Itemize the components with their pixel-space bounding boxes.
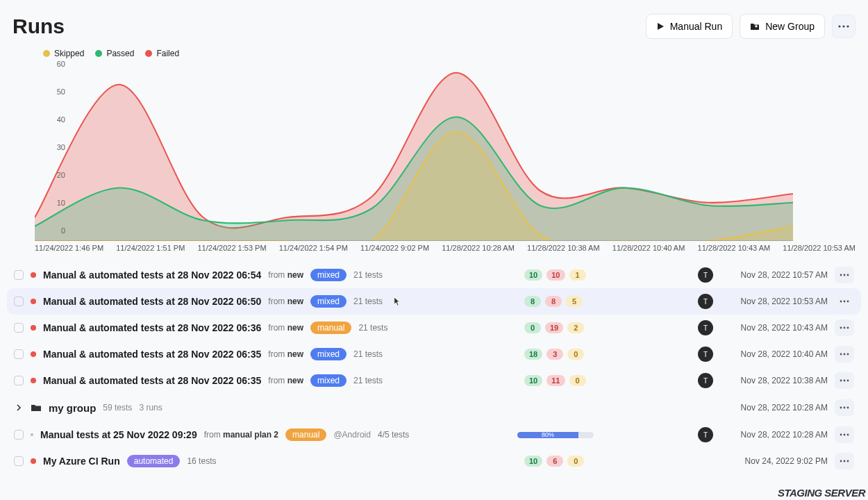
run-row[interactable]: Manual & automated tests at 28 Nov 2022 … bbox=[7, 341, 861, 367]
cursor-icon bbox=[392, 296, 402, 307]
run-type-tag: mixed bbox=[310, 374, 347, 387]
row-checkbox[interactable] bbox=[14, 349, 24, 359]
svg-point-27 bbox=[840, 460, 842, 462]
run-timestamp: Nov 28, 2022 10:57 AM bbox=[727, 270, 828, 280]
row-checkbox[interactable] bbox=[14, 297, 24, 306]
run-name: Manual & automated tests at 28 Nov 2022 … bbox=[43, 269, 261, 281]
x-tick: 11/24/2022 1:51 PM bbox=[116, 244, 185, 252]
svg-point-22 bbox=[844, 407, 846, 409]
avatar[interactable]: T bbox=[698, 347, 713, 362]
row-more-button[interactable] bbox=[835, 399, 854, 416]
y-tick: 10 bbox=[57, 199, 69, 207]
legend-dot-failed bbox=[145, 50, 152, 57]
y-tick: 0 bbox=[61, 226, 69, 235]
status-dot-failed bbox=[31, 378, 36, 383]
tests-count: 21 tests bbox=[353, 376, 383, 385]
result-counts: 10 10 1 bbox=[524, 269, 594, 281]
run-row[interactable]: Manual & automated tests at 28 Nov 2022 … bbox=[7, 288, 861, 315]
svg-point-15 bbox=[840, 353, 842, 356]
legend-dot-passed bbox=[95, 50, 102, 57]
row-more-button[interactable] bbox=[835, 372, 854, 389]
from-text: from new bbox=[268, 323, 303, 333]
avatar[interactable]: T bbox=[698, 427, 713, 442]
row-more-button[interactable] bbox=[835, 346, 854, 362]
run-timestamp: Nov 28, 2022 10:40 AM bbox=[727, 349, 828, 359]
result-counts: 10 6 0 bbox=[524, 456, 594, 467]
run-row[interactable]: Manual & automated tests at 28 Nov 2022 … bbox=[7, 315, 861, 341]
more-button[interactable] bbox=[832, 15, 856, 38]
run-row[interactable]: Manual & automated tests at 28 Nov 2022 … bbox=[7, 367, 861, 394]
run-type-tag: manual bbox=[310, 322, 351, 334]
skip-count: 0 bbox=[567, 349, 584, 360]
svg-point-25 bbox=[844, 434, 846, 436]
group-tests: 59 tests bbox=[103, 403, 132, 412]
result-counts: 18 3 0 bbox=[524, 349, 594, 360]
svg-point-26 bbox=[847, 434, 849, 436]
row-checkbox[interactable] bbox=[14, 376, 24, 385]
legend-skipped: Skipped bbox=[54, 49, 84, 58]
chevron-right-icon[interactable] bbox=[14, 403, 24, 412]
run-row[interactable]: Manual tests at 25 Nov 2022 09:29 from m… bbox=[7, 422, 861, 448]
y-tick: 50 bbox=[57, 88, 69, 96]
legend-passed: Passed bbox=[106, 49, 134, 58]
from-text: from new bbox=[268, 270, 303, 280]
folder-icon bbox=[31, 403, 42, 412]
row-checkbox[interactable] bbox=[14, 430, 24, 440]
y-tick: 40 bbox=[57, 115, 69, 124]
from-text: from manual plan 2 bbox=[204, 430, 278, 440]
run-type-tag: mixed bbox=[310, 295, 347, 308]
run-row[interactable]: My Azure CI Run automated 16 tests 10 6 … bbox=[7, 448, 861, 474]
svg-point-16 bbox=[844, 353, 846, 356]
row-more-button[interactable] bbox=[835, 426, 854, 443]
header-actions: Manual Run New Group bbox=[646, 14, 856, 39]
result-counts: 8 8 5 bbox=[524, 296, 594, 307]
tests-count: 4/5 tests bbox=[378, 430, 409, 440]
row-more-button[interactable] bbox=[835, 267, 854, 283]
svg-point-13 bbox=[844, 327, 846, 329]
row-more-button[interactable] bbox=[835, 453, 854, 469]
avatar[interactable]: T bbox=[698, 267, 713, 283]
pass-count: 8 bbox=[524, 296, 541, 307]
avatar[interactable]: T bbox=[698, 320, 713, 335]
avatar[interactable]: T bbox=[698, 373, 713, 388]
svg-point-11 bbox=[847, 301, 849, 303]
manual-run-button[interactable]: Manual Run bbox=[646, 14, 733, 39]
new-folder-icon bbox=[750, 22, 760, 31]
svg-point-6 bbox=[840, 274, 842, 276]
y-tick: 30 bbox=[57, 143, 69, 151]
x-tick: 11/28/2022 10:28 AM bbox=[442, 244, 515, 252]
run-timestamp: Nov 28, 2022 10:28 AM bbox=[727, 430, 828, 440]
status-dot-failed bbox=[31, 272, 36, 278]
avatar[interactable]: T bbox=[698, 294, 713, 309]
legend-failed: Failed bbox=[156, 49, 179, 58]
tests-count: 16 tests bbox=[187, 456, 216, 466]
row-checkbox[interactable] bbox=[14, 456, 24, 466]
svg-point-17 bbox=[847, 353, 849, 356]
y-tick: 60 bbox=[57, 60, 69, 68]
x-tick: 11/24/2022 9:02 PM bbox=[360, 244, 429, 252]
group-row[interactable]: my group 59 tests 3 runs Nov 28, 2022 10… bbox=[7, 394, 861, 422]
run-name: Manual tests at 25 Nov 2022 09:29 bbox=[40, 429, 197, 440]
svg-point-14 bbox=[847, 327, 849, 329]
row-more-button[interactable] bbox=[835, 293, 854, 310]
run-row[interactable]: Manual & automated tests at 28 Nov 2022 … bbox=[7, 262, 861, 288]
from-text: from new bbox=[268, 376, 303, 385]
svg-point-8 bbox=[847, 274, 849, 276]
row-more-button[interactable] bbox=[835, 319, 854, 336]
chart-area[interactable] bbox=[35, 64, 793, 241]
pass-count: 0 bbox=[524, 322, 541, 333]
fail-count: 19 bbox=[545, 322, 563, 333]
from-text: from new bbox=[268, 297, 303, 306]
row-checkbox[interactable] bbox=[14, 323, 24, 333]
dots-icon bbox=[838, 25, 849, 28]
progress-bar: 80% bbox=[517, 432, 594, 438]
run-timestamp: Nov 28, 2022 10:43 AM bbox=[727, 323, 828, 333]
result-counts: 0 19 2 bbox=[524, 322, 594, 333]
run-name: Manual & automated tests at 28 Nov 2022 … bbox=[43, 296, 261, 307]
row-checkbox[interactable] bbox=[14, 270, 24, 280]
runs-chart: Skipped Passed Failed 0102030405060 11/2… bbox=[0, 49, 868, 252]
x-tick: 11/28/2022 10:38 AM bbox=[527, 244, 600, 252]
pass-count: 18 bbox=[524, 349, 542, 360]
pass-count: 10 bbox=[524, 375, 542, 386]
new-group-button[interactable]: New Group bbox=[740, 14, 825, 39]
